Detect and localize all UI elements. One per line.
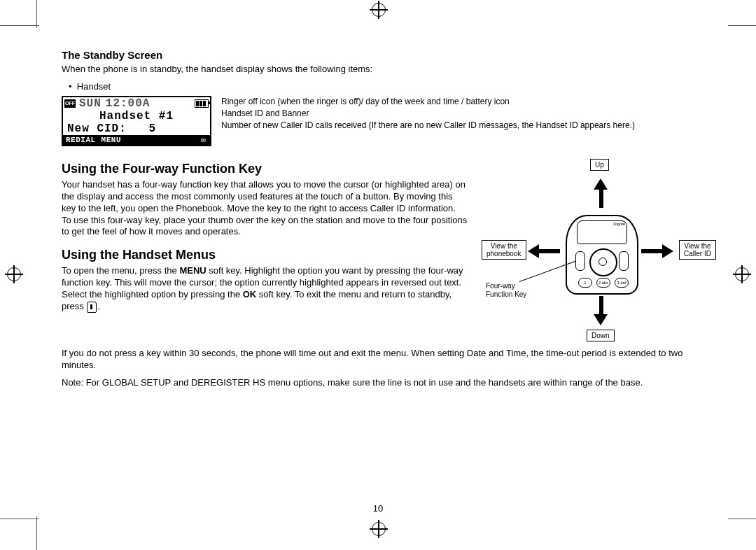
arrow-up-stem (599, 188, 603, 208)
callout-1: Ringer off icon (when the ringer is off)… (221, 96, 635, 107)
ringer-off-icon: OFF (64, 99, 76, 108)
arrow-down-icon (594, 314, 608, 325)
lcd-row-3: New CID: 5 (63, 122, 210, 135)
arrow-right-stem (641, 249, 664, 253)
softkey-menu: MENU (99, 136, 124, 145)
key-3: 3 def (615, 278, 629, 288)
registration-mark-right (735, 267, 749, 281)
callout-3: Number of new Caller ID calls received (… (221, 120, 635, 131)
arrow-left-stem (538, 249, 560, 253)
fourway-and-menus: Using the Four-way Function Key Your han… (62, 152, 720, 348)
page-number: 10 (0, 503, 756, 514)
numpad-row: 1 2 abc 3 def (578, 278, 629, 288)
heading-fourway: Using the Four-way Function Key (62, 162, 468, 176)
lcd-time: 12:00A (106, 97, 150, 110)
heading-menus: Using the Handset Menus (62, 248, 468, 262)
crop-mark (36, 0, 37, 28)
menus-p1: To open the menu, press the MENU soft ke… (62, 265, 468, 313)
lcd-row-2: Handset #1 (63, 110, 210, 122)
lcd-softkeys: REDIAL MENU ✉ (63, 135, 210, 145)
arrow-down-stem (599, 296, 603, 316)
fourway-diagram: Up Down View thephonebook View theCaller… (482, 159, 720, 348)
diagram-up-box: Up (590, 159, 609, 171)
talk-key-icon (575, 251, 585, 271)
key-2: 2 abc (596, 278, 610, 288)
standby-intro: When the phone is in standby, the handse… (62, 64, 720, 76)
end-key-icon (619, 251, 629, 271)
handset-lcd: OFF SUN 12:00A Handset #1 New CID: 5 RED… (62, 96, 211, 146)
end-key-icon (87, 302, 97, 313)
battery-icon (195, 99, 209, 108)
lcd-day: SUN (79, 97, 102, 110)
crop-mark (36, 516, 37, 550)
standby-bullet: • Handset (69, 81, 720, 92)
menus-p3: Note: For GLOBAL SETUP and DEREGISTER HS… (62, 377, 720, 389)
diagram-key-label: Four-wayFunction Key (486, 282, 526, 299)
crop-mark (0, 519, 39, 519)
crop-mark (0, 25, 39, 26)
standby-lcd-row: OFF SUN 12:00A Handset #1 New CID: 5 RED… (62, 96, 720, 146)
lcd-callouts: Ringer off icon (when the ringer is off)… (221, 96, 635, 132)
page-content: The Standby Screen When the phone is in … (62, 42, 720, 395)
fourway-body: Your handset has a four-way function key… (62, 179, 468, 238)
diagram-right-box: View theCaller ID (679, 240, 716, 260)
crop-mark (728, 25, 756, 26)
menus-p2: If you do not press a key within 30 seco… (62, 348, 720, 372)
handset-illustration: Digital 1 2 abc 3 def (566, 215, 638, 295)
lcd-row-1: OFF SUN 12:00A (63, 97, 210, 110)
envelope-icon: ✉ (198, 136, 210, 145)
registration-mark-top (372, 3, 386, 17)
key-1: 1 (578, 278, 592, 288)
crop-mark (728, 519, 756, 519)
diagram-down-box: Down (587, 330, 615, 341)
registration-mark-left (7, 267, 21, 281)
diagram-left-box: View thephonebook (482, 240, 526, 260)
softkey-redial: REDIAL (63, 136, 99, 145)
heading-standby: The Standby Screen (62, 49, 720, 61)
registration-mark-bottom (372, 522, 386, 536)
callout-2: Handset ID and Banner (221, 108, 635, 119)
arrow-right-icon (662, 244, 673, 258)
dpad-icon (589, 248, 617, 276)
handset-screen: Digital (577, 220, 627, 244)
